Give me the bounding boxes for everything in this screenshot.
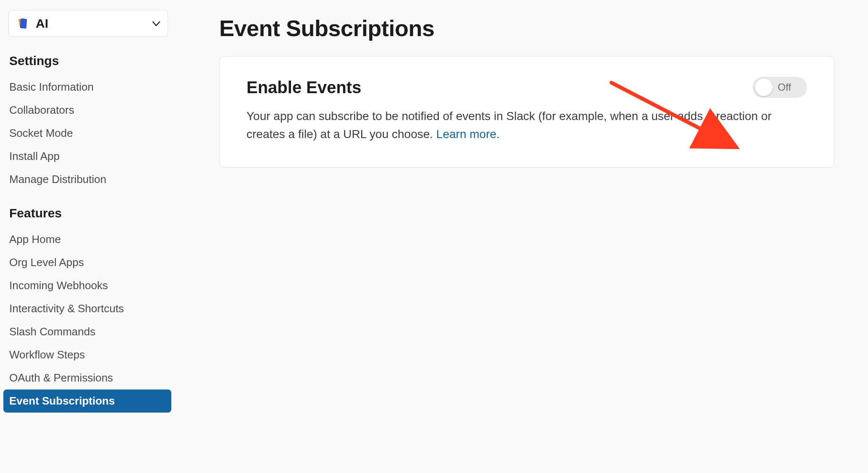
sidebar-item-oauth-permissions[interactable]: OAuth & Permissions xyxy=(5,366,171,389)
sidebar-item-install-app[interactable]: Install App xyxy=(5,145,171,168)
card-title: Enable Events xyxy=(247,78,361,97)
enable-events-card: Enable Events Off Your app can subscribe… xyxy=(219,56,834,167)
app-selector-dropdown[interactable]: AI xyxy=(8,10,168,37)
sidebar-item-slash-commands[interactable]: Slash Commands xyxy=(5,320,171,343)
svg-rect-1 xyxy=(20,19,27,29)
chevron-down-icon xyxy=(152,18,160,29)
sidebar-nav: SettingsBasic InformationCollaboratorsSo… xyxy=(5,49,171,413)
app-icon xyxy=(16,17,30,30)
toggle-knob xyxy=(755,78,773,96)
learn-more-link[interactable]: Learn more. xyxy=(436,128,500,141)
section-gap xyxy=(5,191,171,201)
sidebar-section-title: Features xyxy=(5,201,171,228)
card-header: Enable Events Off xyxy=(247,77,807,98)
sidebar-item-manage-distribution[interactable]: Manage Distribution xyxy=(5,168,171,191)
sidebar-item-app-home[interactable]: App Home xyxy=(5,228,171,251)
page-title: Event Subscriptions xyxy=(219,15,834,41)
sidebar-item-interactivity-shortcuts[interactable]: Interactivity & Shortcuts xyxy=(5,297,171,320)
sidebar: AI SettingsBasic InformationCollaborator… xyxy=(5,10,181,413)
sidebar-item-event-subscriptions[interactable]: Event Subscriptions xyxy=(3,389,171,413)
sidebar-item-org-level-apps[interactable]: Org Level Apps xyxy=(5,251,171,274)
card-description-text: Your app can subscribe to be notified of… xyxy=(247,110,771,141)
app-layout: AI SettingsBasic InformationCollaborator… xyxy=(0,0,868,413)
app-selector-name: AI xyxy=(36,16,147,31)
sidebar-item-incoming-webhooks[interactable]: Incoming Webhooks xyxy=(5,274,171,297)
sidebar-item-basic-information[interactable]: Basic Information xyxy=(5,76,171,99)
card-description: Your app can subscribe to be notified of… xyxy=(247,107,807,144)
main-content: Event Subscriptions Enable Events Off Yo… xyxy=(181,10,868,413)
sidebar-section-title: Settings xyxy=(5,49,171,76)
enable-events-toggle[interactable]: Off xyxy=(753,77,807,98)
sidebar-item-socket-mode[interactable]: Socket Mode xyxy=(5,122,171,145)
sidebar-item-workflow-steps[interactable]: Workflow Steps xyxy=(5,343,171,366)
toggle-label: Off xyxy=(778,81,791,93)
sidebar-item-collaborators[interactable]: Collaborators xyxy=(5,99,171,122)
